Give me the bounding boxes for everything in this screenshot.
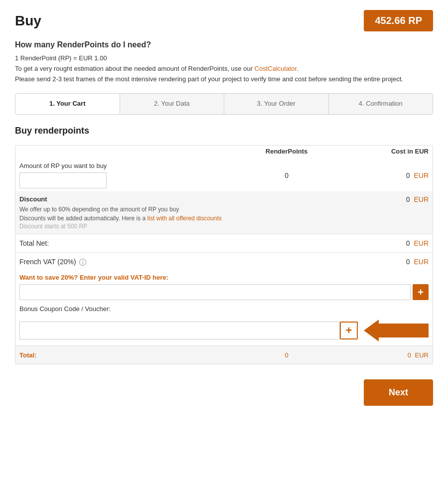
- col-cost-header: Cost in EUR: [328, 146, 433, 159]
- buy-table-container: RenderPoints Cost in EUR Amount of RP yo…: [15, 145, 433, 364]
- arrow-indicator: [364, 320, 429, 341]
- info-line1: 1 RenderPoint (RP) = EUR 1.00: [15, 53, 433, 64]
- total-final-row: Total: 0 0 EUR: [15, 346, 433, 364]
- vat-plus-button[interactable]: +: [413, 284, 429, 300]
- discount-cost-eur: EUR: [414, 195, 429, 203]
- amount-cost-eur: EUR: [414, 171, 429, 179]
- discount-line3: Discount starts at 500 RP: [19, 223, 241, 230]
- tabs-container: 1. Your Cart 2. Your Data 3. Your Order …: [15, 93, 433, 115]
- vat-input-wrapper: +: [19, 284, 429, 300]
- tab-your-order[interactable]: 3. Your Order: [224, 94, 329, 114]
- amount-input[interactable]: [19, 172, 107, 188]
- amount-rp-value: 0: [285, 171, 289, 179]
- cost-calculator-link[interactable]: CostCalculator: [255, 65, 297, 72]
- col-rp-header: RenderPoints: [245, 146, 328, 159]
- page-header: Buy 452.66 RP: [15, 10, 433, 31]
- info-line2: To get a very rought estimation about th…: [15, 64, 433, 74]
- vat-cost-num: 0: [406, 258, 410, 266]
- vat-label: French VAT (20%): [19, 258, 76, 266]
- amount-cost-num: 0: [406, 171, 410, 179]
- arrow-tip: [364, 320, 379, 341]
- discount-line2: Discounts will be added automatically. H…: [19, 214, 241, 223]
- info-heading: How many RenderPoints do I need?: [15, 40, 433, 49]
- total-net-label: Total Net:: [15, 234, 245, 253]
- vat-cost-eur: EUR: [414, 258, 429, 266]
- total-final-label: Total:: [19, 351, 36, 359]
- vat-info-icon[interactable]: i: [79, 259, 86, 266]
- table-header-row: RenderPoints Cost in EUR: [15, 146, 433, 159]
- coupon-row-wrapper: +: [19, 320, 429, 341]
- vat-row: French VAT (20%) i 0 EUR: [15, 253, 433, 271]
- next-button[interactable]: Next: [364, 379, 433, 406]
- vat-save-row: Want to save 20%? Enter your valid VAT-I…: [15, 271, 433, 302]
- coupon-input-row: +: [15, 320, 433, 346]
- tab-confirmation[interactable]: 4. Confirmation: [329, 94, 433, 114]
- coupon-label-row: Bonus Coupon Code / Voucher:: [15, 302, 433, 320]
- total-final-num: 0: [408, 351, 411, 359]
- discount-row: Discount We offer up to 60% depending on…: [15, 191, 433, 234]
- coupon-label: Bonus Coupon Code / Voucher:: [19, 305, 429, 313]
- total-final-rp: 0: [285, 351, 288, 359]
- discount-list-link[interactable]: list with all offered discounts: [148, 215, 222, 222]
- discount-line1: We offer up to 60% depending on the amou…: [19, 205, 241, 214]
- coupon-input[interactable]: [19, 322, 340, 339]
- total-net-eur: EUR: [414, 239, 429, 247]
- rp-balance-badge: 452.66 RP: [364, 10, 433, 31]
- vat-save-label: Want to save 20%? Enter your valid VAT-I…: [19, 274, 429, 281]
- discount-label: Discount: [19, 195, 241, 203]
- arrow-body: [379, 324, 429, 337]
- info-section: How many RenderPoints do I need? 1 Rende…: [15, 40, 433, 84]
- tab-your-data[interactable]: 2. Your Data: [120, 94, 225, 114]
- coupon-input-wrapper: +: [19, 322, 358, 339]
- amount-label: Amount of RP you want to buy: [19, 162, 241, 169]
- buy-section-title: Buy renderpoints: [15, 126, 433, 136]
- buy-table: RenderPoints Cost in EUR Amount of RP yo…: [15, 146, 433, 364]
- footer-bar: Next: [15, 379, 433, 406]
- tab-your-cart[interactable]: 1. Your Cart: [15, 94, 120, 114]
- amount-row: Amount of RP you want to buy 0 0 EUR: [15, 159, 433, 191]
- total-net-row: Total Net: 0 EUR: [15, 234, 433, 253]
- info-line3: Please send 2-3 test frames of the most …: [15, 74, 433, 85]
- page-title: Buy: [15, 13, 41, 29]
- total-final-eur: EUR: [415, 351, 429, 359]
- total-net-num: 0: [406, 239, 410, 247]
- vat-id-input[interactable]: [19, 284, 411, 300]
- coupon-plus-button[interactable]: +: [340, 322, 358, 339]
- discount-cost-num: 0: [406, 195, 410, 203]
